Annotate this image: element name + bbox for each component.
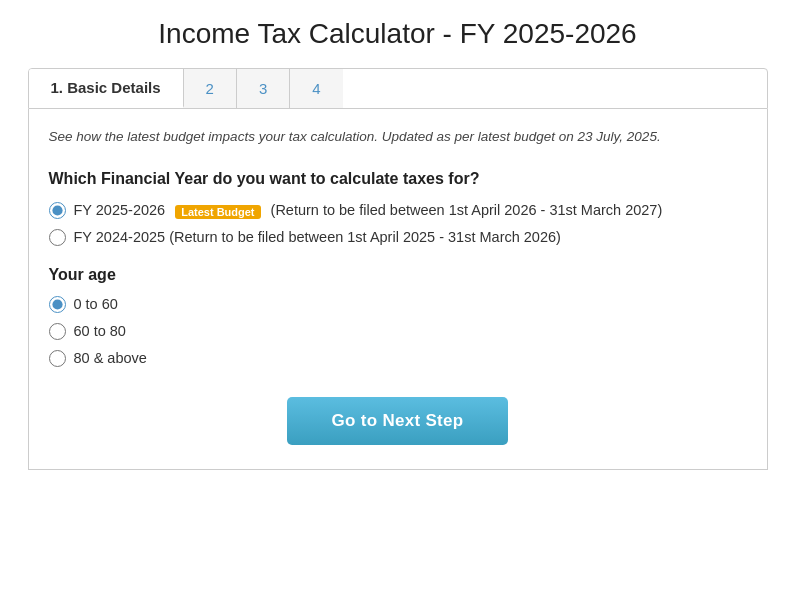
fy-2025-label[interactable]: FY 2025-2026 Latest Budget (Return to be… [74,202,663,218]
age-80above-radio[interactable] [49,350,66,367]
tab-4-label: 4 [312,80,320,97]
tab-2-label: 2 [206,80,214,97]
info-text: See how the latest budget impacts your t… [49,127,747,148]
fy-2025-note: (Return to be filed between 1st April 20… [271,202,663,218]
age-option-60to80: 60 to 80 [49,323,747,340]
tab-3[interactable]: 3 [237,69,290,108]
fy-option-2024: FY 2024-2025 (Return to be filed between… [49,229,747,246]
tabs-container: 1. Basic Details 2 3 4 [28,68,768,109]
latest-budget-badge: Latest Budget [175,205,260,219]
tab-1-label: 1. Basic Details [51,79,161,96]
tab-4[interactable]: 4 [290,69,342,108]
fy-question: Which Financial Year do you want to calc… [49,170,747,188]
page-title: Income Tax Calculator - FY 2025-2026 [28,18,768,50]
next-step-button[interactable]: Go to Next Step [287,397,507,445]
button-row: Go to Next Step [49,397,747,445]
tab-basic-details[interactable]: 1. Basic Details [29,69,184,108]
fy-2024-radio[interactable] [49,229,66,246]
fy-2025-radio[interactable] [49,202,66,219]
age-0to60-label[interactable]: 0 to 60 [74,296,118,312]
age-60to80-label[interactable]: 60 to 80 [74,323,126,339]
fy-option-2025: FY 2025-2026 Latest Budget (Return to be… [49,202,747,219]
age-option-80above: 80 & above [49,350,747,367]
age-section: Your age 0 to 60 60 to 80 80 & above [49,266,747,367]
age-option-0to60: 0 to 60 [49,296,747,313]
fy-2025-text: FY 2025-2026 [74,202,166,218]
age-80above-label[interactable]: 80 & above [74,350,147,366]
age-0to60-radio[interactable] [49,296,66,313]
page-wrapper: Income Tax Calculator - FY 2025-2026 1. … [8,0,788,500]
tab-3-label: 3 [259,80,267,97]
fy-2024-note: (Return to be filed between 1st April 20… [169,229,561,245]
tab-2[interactable]: 2 [184,69,237,108]
age-label: Your age [49,266,747,284]
fy-section: Which Financial Year do you want to calc… [49,170,747,246]
fy-2024-label[interactable]: FY 2024-2025 (Return to be filed between… [74,229,561,245]
content-area: See how the latest budget impacts your t… [28,109,768,470]
age-60to80-radio[interactable] [49,323,66,340]
fy-2024-text: FY 2024-2025 [74,229,166,245]
